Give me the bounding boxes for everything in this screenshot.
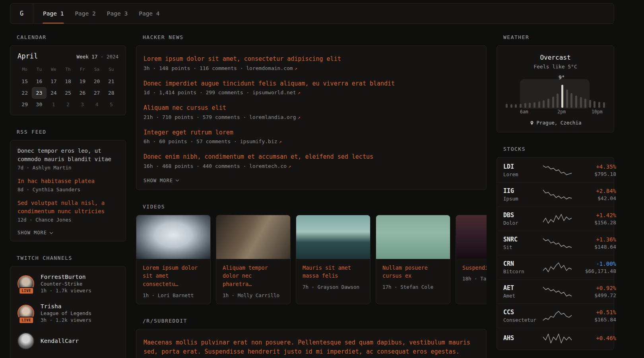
- weather-bar: [566, 90, 568, 108]
- hn-item-meta: 1d · 1,414 points · 299 comments · ipsum…: [144, 90, 479, 95]
- twitch-section: TWITCH CHANNELS LIVE ForrestBurton Count…: [10, 255, 126, 358]
- page-container: G Page 1 Page 2 Page 3 Page 4 CALENDAR A…: [10, 3, 614, 358]
- weather-location: Prague, Czechia: [503, 120, 607, 126]
- hn-show-more-button[interactable]: SHOW MORE: [144, 178, 178, 183]
- hn-item: Donec enim nibh, condimentum et accumsan…: [144, 152, 479, 169]
- stock-change: +0.46%: [572, 335, 616, 341]
- tab-page-2[interactable]: Page 2: [69, 4, 101, 23]
- rss-item-title[interactable]: Sed volutpat nulla nisl, a condimentum n…: [17, 199, 118, 216]
- twitch-channel-row[interactable]: LIVE ForrestBurton Counter-Strike 1h · 1…: [17, 274, 118, 294]
- video-thumbnail[interactable]: [216, 215, 290, 259]
- stock-change: -1.00%: [572, 261, 616, 267]
- subreddit-section: /R/SUBREDDIT Maecenas mollis pulvinar er…: [136, 318, 487, 358]
- hn-item-meta: 16h · 468 points · 440 comments · loremt…: [144, 163, 479, 169]
- app-logo[interactable]: G: [10, 4, 33, 23]
- video-title[interactable]: Suspendisse diam: [462, 264, 487, 272]
- video-title[interactable]: Mauris sit amet massa felis: [303, 264, 364, 280]
- twitch-channel-info: ForrestBurton Counter-Strike 1h · 1.7k v…: [41, 274, 91, 294]
- weather-bars: [506, 84, 605, 108]
- hn-item-meta-text: 21h · 710 points · 579 comments ·: [144, 114, 249, 120]
- hn-show-more-label: SHOW MORE: [144, 178, 173, 183]
- calendar-day-header: Su: [104, 65, 118, 76]
- stock-info: CRN Bitcorn: [503, 260, 543, 274]
- hn-item-title[interactable]: Lorem ipsum dolor sit amet, consectetur …: [144, 54, 479, 64]
- video-thumbnail[interactable]: [456, 215, 487, 259]
- video-card[interactable]: Suspendisse diam 18h · Tara: [456, 215, 487, 305]
- hn-item-domain-link[interactable]: ipsumworld.net: [252, 90, 296, 95]
- subreddit-post: Maecenas mollis pulvinar erat non posuer…: [144, 338, 479, 358]
- calendar-day: 29: [17, 99, 32, 110]
- videos-section-header: VIDEOS: [143, 204, 487, 210]
- hn-item-domain-link[interactable]: loremtech.co: [249, 163, 287, 169]
- twitch-channel-row[interactable]: KendallCarr: [17, 333, 118, 349]
- avatar: [17, 333, 34, 349]
- stock-values: +2.84% $42.04: [572, 188, 616, 201]
- stock-row: LDI Lorem +4.35% $795.18: [497, 158, 614, 183]
- video-card[interactable]: Lorem ipsum dolor sit amet consectetu… 1…: [136, 215, 211, 305]
- hn-item-domain-link[interactable]: ipsumify.biz: [240, 138, 277, 144]
- calendar-day: 30: [32, 99, 46, 110]
- rss-show-more-button[interactable]: SHOW MORE: [17, 230, 52, 235]
- hn-item-meta-text: 16h · 468 points · 440 comments ·: [144, 163, 249, 169]
- videos-row: Lorem ipsum dolor sit amet consectetu… 1…: [136, 215, 487, 305]
- video-card[interactable]: Aliquam tempor dolor nec pharetra… 1h · …: [216, 215, 291, 305]
- calendar-day-header: Tu: [32, 65, 46, 76]
- tab-page-4[interactable]: Page 4: [133, 4, 165, 23]
- stock-row: IIG Ipsum +2.84% $42.04: [497, 183, 614, 207]
- hn-item-title[interactable]: Donec enim nibh, condimentum et accumsan…: [144, 152, 479, 161]
- hn-item-domain-link[interactable]: loremlandia.org: [249, 114, 296, 120]
- left-column: CALENDAR April Week 17 · 2024 Mo Tu We: [10, 34, 126, 358]
- calendar-day: 28: [104, 87, 118, 99]
- stock-change: +4.35%: [572, 163, 616, 170]
- hn-item-title[interactable]: Integer eget rutrum lorem: [144, 128, 479, 137]
- rss-item-title[interactable]: In hac habitasse platea: [17, 177, 118, 185]
- video-meta: 18h · Tara: [462, 276, 487, 282]
- weather-bar: [538, 101, 540, 108]
- tab-page-3[interactable]: Page 3: [101, 4, 133, 23]
- weather-bar: [580, 97, 582, 108]
- hn-item-domain-link[interactable]: loremdomain.com: [246, 65, 293, 71]
- stocks-section-header: STOCKS: [503, 146, 614, 152]
- rss-item-title[interactable]: Donec tempor eros leo, ut commodo mauris…: [17, 147, 118, 163]
- weather-condition: Overcast: [503, 54, 607, 61]
- calendar-day-header: Mo: [17, 65, 32, 76]
- external-link-icon: ↗: [298, 115, 301, 120]
- calendar-day: 15: [17, 76, 32, 87]
- video-thumbnail[interactable]: [376, 215, 450, 259]
- tab-page-1[interactable]: Page 1: [37, 4, 69, 23]
- calendar-day: 25: [61, 87, 75, 99]
- video-title[interactable]: Aliquam tempor dolor nec pharetra…: [223, 264, 284, 289]
- video-card[interactable]: Nullam posuere cursus ex 17h · Stefan Co…: [376, 215, 450, 305]
- video-body: Suspendisse diam 18h · Tara: [456, 259, 487, 288]
- video-thumbnail[interactable]: [136, 215, 210, 259]
- hn-item-title[interactable]: Aliquam nec cursus elit: [144, 103, 479, 113]
- stock-ticker: CCS: [503, 309, 543, 316]
- hn-item-meta: 3h · 148 points · 116 comments · loremdo…: [144, 65, 479, 71]
- hn-item: Donec imperdiet augue tincidunt felis al…: [144, 79, 479, 96]
- stock-values: +1.36% $148.64: [572, 236, 616, 250]
- twitch-channel-meta: 1h · 1.7k viewers: [41, 288, 91, 294]
- video-title[interactable]: Lorem ipsum dolor sit amet consectetu…: [143, 264, 204, 289]
- external-link-icon: ↗: [279, 139, 282, 144]
- stock-sparkline: [543, 333, 572, 344]
- video-card[interactable]: Mauris sit amet massa felis 7h · Grayson…: [296, 215, 370, 305]
- twitch-channel-info: Trisha League of Legends 3h · 1.2k viewe…: [41, 303, 91, 323]
- weather-bar: [515, 104, 517, 108]
- calendar-day-today: 23: [32, 87, 46, 99]
- video-title[interactable]: Nullam posuere cursus ex: [382, 264, 444, 280]
- video-thumbnail[interactable]: [296, 215, 370, 259]
- stock-change: +2.84%: [572, 188, 616, 194]
- weather-bar: [533, 102, 535, 108]
- hn-item-title[interactable]: Donec imperdiet augue tincidunt felis al…: [144, 79, 479, 88]
- weather-bar: [510, 104, 512, 108]
- subreddit-post-title[interactable]: Maecenas mollis pulvinar erat non posuer…: [144, 338, 479, 356]
- calendar-day-adjacent: 2: [61, 99, 75, 110]
- stock-sparkline: [543, 189, 572, 200]
- stock-values: +0.46%: [572, 335, 616, 342]
- rss-show-more-label: SHOW MORE: [17, 230, 47, 235]
- hn-item-meta: 6h · 60 points · 57 comments · ipsumify.…: [144, 138, 479, 144]
- location-pin-icon: [530, 120, 534, 126]
- stock-price: $66,171.48: [572, 268, 616, 274]
- twitch-channel-row[interactable]: LIVE Trisha League of Legends 3h · 1.2k …: [17, 303, 118, 323]
- calendar-day: 17: [47, 76, 61, 87]
